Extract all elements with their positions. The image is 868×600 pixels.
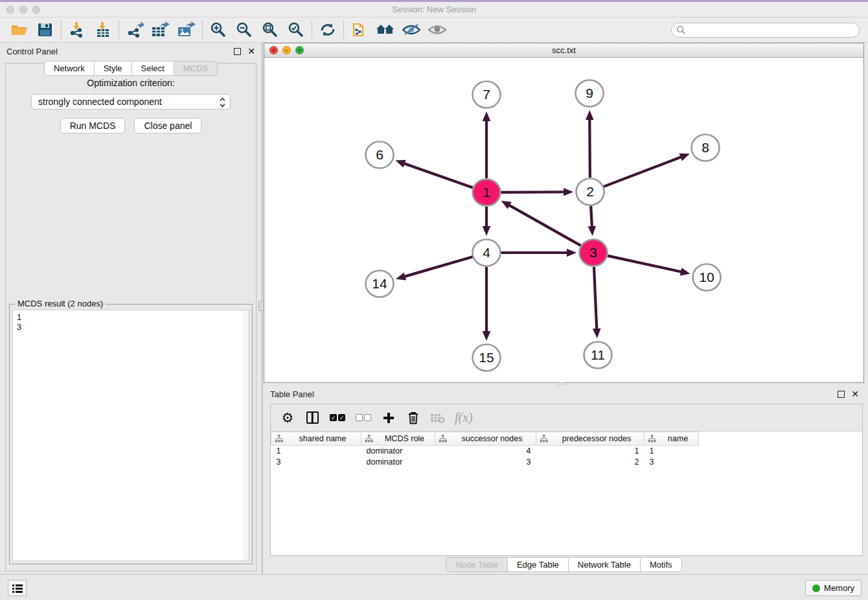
graph-node-1[interactable]: 1 (473, 179, 501, 206)
table-row[interactable]: 3dominator323 (271, 457, 699, 468)
graph-node-3[interactable]: 3 (580, 240, 608, 266)
add-column-plus-icon[interactable] (381, 409, 396, 427)
deselect-all-checkboxes-icon[interactable] (355, 409, 372, 427)
window-traffic-lights[interactable] (6, 6, 40, 14)
mcds-result-group: MCDS result (2 nodes) 1 3 (9, 304, 253, 564)
minimize-window-icon[interactable] (19, 6, 27, 14)
export-image-icon[interactable] (174, 19, 200, 40)
table-cell[interactable]: dominator (361, 457, 435, 468)
float-panel-icon[interactable] (234, 48, 241, 55)
table-cell[interactable]: 1 (536, 446, 645, 457)
edge-1-6[interactable] (403, 163, 473, 188)
edge-2-8[interactable] (604, 157, 683, 187)
edge-3-10[interactable] (607, 256, 682, 272)
import-network-icon[interactable] (64, 19, 90, 40)
edge-arrowhead (593, 329, 601, 338)
zoom-out-icon[interactable] (231, 19, 257, 40)
tab-mcds[interactable]: MCDS (174, 61, 218, 76)
tab-style[interactable]: Style (94, 61, 131, 76)
column-header-name[interactable]: name (645, 432, 699, 446)
column-header-shared-name[interactable]: shared name (271, 432, 361, 446)
edge-1-2[interactable] (501, 192, 565, 192)
network-canvas[interactable]: 7968124314101511 (264, 58, 863, 382)
hide-selected-eye-icon[interactable] (398, 19, 424, 40)
export-table-icon[interactable] (148, 19, 174, 40)
frame-minimize-icon[interactable]: − (282, 46, 291, 54)
edge-2-9[interactable] (589, 118, 590, 178)
graph-node-2[interactable]: 2 (577, 179, 604, 205)
graph-node-7[interactable]: 7 (473, 82, 501, 108)
edge-arrowhead (567, 249, 577, 257)
edge-3-1[interactable] (508, 205, 581, 246)
node-table[interactable]: shared nameMCDS rolesuccessor nodesprede… (271, 432, 699, 468)
apply-layout-icon[interactable] (315, 19, 341, 40)
home-icon[interactable] (372, 19, 398, 40)
graph-node-6[interactable]: 6 (366, 142, 394, 168)
result-scrollbar[interactable] (243, 310, 249, 560)
zoom-selected-icon[interactable] (283, 19, 309, 40)
run-mcds-button[interactable]: Run MCDS (60, 118, 126, 133)
edge-2-3[interactable] (591, 206, 592, 228)
close-table-panel-icon[interactable]: ✕ (851, 391, 859, 398)
table-settings-gear-icon[interactable]: ⚙ (280, 409, 295, 427)
graph-node-8[interactable]: 8 (692, 135, 720, 161)
tab-node-table[interactable]: Node Table (446, 557, 507, 572)
table-cell[interactable]: dominator (361, 446, 435, 457)
criterion-select[interactable]: strongly connected component (31, 94, 231, 110)
graph-node-10[interactable]: 10 (693, 264, 721, 291)
network-graph[interactable]: 7968124314101511 (264, 58, 863, 382)
node-label: 6 (376, 147, 383, 162)
table-cell[interactable]: 3 (645, 457, 699, 468)
graph-node-14[interactable]: 14 (366, 271, 394, 297)
window-title: Session: New Session (0, 2, 868, 17)
open-session-icon[interactable] (6, 19, 32, 40)
toolbar-separator (202, 21, 203, 39)
network-overview-icon[interactable] (347, 19, 372, 40)
frame-close-icon[interactable]: ✕ (269, 46, 278, 54)
table-cell[interactable]: 4 (435, 446, 536, 457)
table-cell[interactable]: 3 (435, 457, 536, 468)
table-cell[interactable]: 3 (271, 457, 361, 468)
show-all-eye-icon[interactable] (424, 19, 450, 40)
network-frame-title: scc.txt (264, 43, 863, 57)
graph-node-4[interactable]: 4 (473, 240, 501, 266)
close-panel-button[interactable]: Close panel (134, 118, 201, 133)
table-row[interactable]: 1dominator411 (271, 446, 699, 457)
delete-column-trash-icon[interactable] (405, 409, 421, 427)
tab-select[interactable]: Select (131, 61, 174, 76)
zoom-fit-icon[interactable] (257, 19, 283, 40)
tab-network[interactable]: Network (44, 61, 94, 76)
column-header-successor-nodes[interactable]: successor nodes (435, 432, 536, 446)
close-window-icon[interactable] (6, 6, 14, 14)
network-frame: ✕ − + scc.txt 7968124314101511 (264, 43, 864, 383)
float-table-panel-icon[interactable] (838, 391, 845, 398)
save-session-icon[interactable] (32, 19, 58, 40)
graph-node-11[interactable]: 11 (584, 342, 612, 369)
edge-4-14[interactable] (403, 257, 472, 277)
edge-3-11[interactable] (594, 267, 597, 330)
table-cell[interactable]: 2 (536, 457, 645, 468)
column-header-MCDS-role[interactable]: MCDS role (361, 432, 435, 446)
edge-arrowhead (588, 226, 597, 236)
mcds-result-text[interactable]: 1 3 (12, 310, 249, 561)
select-all-checkboxes-icon[interactable]: ✓✓ (329, 409, 346, 427)
search-input[interactable] (671, 23, 860, 38)
network-frame-titlebar[interactable]: ✕ − + scc.txt (264, 43, 863, 58)
column-header-predecessor-nodes[interactable]: predecessor nodes (536, 432, 645, 446)
zoom-in-icon[interactable] (205, 19, 231, 40)
tab-network-table[interactable]: Network Table (568, 557, 640, 572)
export-network-icon[interactable] (122, 19, 148, 40)
tab-edge-table[interactable]: Edge Table (507, 557, 568, 572)
graph-node-9[interactable]: 9 (576, 80, 604, 107)
tab-motifs[interactable]: Motifs (640, 557, 682, 572)
table-cell[interactable]: 1 (271, 446, 361, 457)
column-selector-icon[interactable] (304, 409, 320, 427)
table-cell[interactable]: 1 (645, 446, 699, 457)
task-history-button[interactable] (8, 580, 27, 596)
frame-maximize-icon[interactable]: + (295, 46, 304, 54)
zoom-window-icon[interactable] (32, 6, 40, 14)
graph-node-15[interactable]: 15 (473, 345, 501, 371)
close-panel-icon[interactable]: ✕ (247, 48, 255, 55)
memory-button[interactable]: Memory (805, 580, 862, 596)
import-table-icon[interactable] (90, 19, 116, 40)
